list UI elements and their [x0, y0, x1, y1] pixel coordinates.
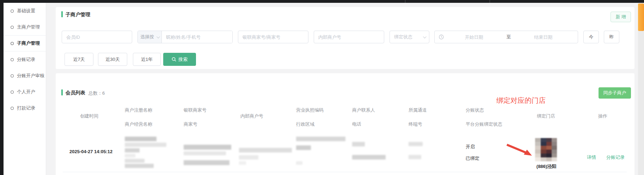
search-button-label: 搜索 [178, 56, 188, 63]
sync-sub-merchant-button[interactable]: 同步子商户 [599, 87, 631, 99]
sidebar-item-label: 个人开户 [17, 89, 35, 95]
radio-circle-icon [11, 42, 14, 45]
sidebar-item-label: 打款记录 [17, 105, 35, 111]
radio-circle-icon [11, 74, 14, 77]
sidebar-item-main-merchant[interactable]: 主商户管理 [4, 19, 46, 35]
start-date-input[interactable] [444, 35, 504, 40]
add-button[interactable]: 新 增 [611, 12, 631, 22]
redacted-text [125, 164, 154, 168]
cell-store-name: (886)泾阳 [527, 163, 566, 170]
sidebar-item-split-records[interactable]: 分账记录 [4, 51, 46, 68]
date-range-separator: 至 [504, 34, 513, 40]
col-header-split-status: 分账状态平台分账绑定状态 [466, 107, 502, 127]
sidebar-item-sub-merchant[interactable]: 子商户管理 [4, 35, 46, 51]
member-id-input[interactable] [62, 31, 132, 43]
radio-circle-icon [11, 107, 14, 110]
keyword-search-group: 选择按 [137, 31, 233, 43]
browser-tabstrip [0, 0, 644, 3]
window-edge [0, 0, 4, 175]
redacted-text [239, 148, 292, 152]
redacted-text [409, 155, 421, 159]
col-header-channel: 所属通道终端号 [409, 107, 427, 127]
yesterday-button[interactable]: 昨 [604, 31, 619, 43]
keyword-input[interactable] [162, 31, 232, 43]
redacted-text [296, 137, 345, 141]
bind-status-label: 绑定状态 [394, 34, 412, 40]
store-photo-thumbnail[interactable] [535, 138, 557, 161]
cell-created-at: 2025-04-27 14:05:12 [69, 149, 112, 154]
sidebar-item-personal-account[interactable]: 个人开户 [4, 84, 46, 100]
redacted-text [352, 142, 365, 146]
clock-icon [439, 35, 444, 39]
date-range-picker[interactable]: 至 [434, 31, 578, 43]
end-date-input[interactable] [513, 35, 574, 40]
select-by-label: 选择按 [140, 34, 154, 40]
col-header-created-at: 创建时间 [80, 113, 98, 119]
redacted-text [239, 161, 246, 165]
redacted-text [184, 151, 226, 155]
panel-accent-bar [61, 11, 63, 17]
red-annotation-text: 绑定对应的门店 [496, 96, 546, 105]
radio-circle-icon [11, 10, 14, 13]
unionpay-merchant-input[interactable] [238, 31, 308, 43]
redacted-text [125, 143, 166, 147]
redacted-text [296, 145, 311, 150]
last-30-days-button[interactable]: 近30天 [98, 53, 127, 66]
last-1-year-button[interactable]: 近1年 [133, 53, 161, 66]
sidebar-item-label: 基础设置 [17, 8, 35, 14]
split-records-link[interactable]: 分账记录 [606, 154, 625, 161]
page-title: 子商户管理 [66, 12, 90, 18]
row-divider [63, 172, 627, 172]
col-header-license: 营业执照编码行政区域 [296, 107, 324, 127]
redacted-text [125, 137, 157, 141]
col-header-actions: 操作 [598, 113, 607, 119]
sidebar: 基础设置 主商户管理 子商户管理 分账记录 分账开户审核 个人开户 打款记录 [4, 3, 46, 175]
col-header-merchant-name: 商户注册名称商户经营名称 [125, 107, 152, 127]
redacted-text [125, 159, 145, 163]
redacted-text [125, 154, 135, 157]
internal-merchant-input[interactable] [314, 31, 384, 43]
tab-separator [490, 0, 490, 3]
cell-platform-bind-status: 已绑定 [466, 155, 479, 162]
red-arrow-annotation [506, 143, 534, 158]
bind-status-dropdown[interactable]: 绑定状态 [390, 31, 429, 43]
radio-circle-icon [11, 58, 14, 61]
redacted-text [296, 161, 302, 165]
radio-circle-icon [11, 26, 14, 29]
detail-link[interactable]: 详情 [587, 154, 596, 161]
member-list-title: 会员列表 [66, 90, 85, 96]
sidebar-item-payout-records[interactable]: 打款记录 [4, 100, 46, 116]
sidebar-item-label: 主商户管理 [17, 24, 40, 30]
sidebar-item-label: 子商户管理 [17, 40, 40, 46]
chevron-down-icon [423, 35, 427, 38]
col-header-bound-store: 绑定门店 [537, 113, 555, 119]
redacted-text [184, 145, 231, 150]
scrollbar-thumb[interactable] [638, 4, 644, 31]
redacted-text [409, 142, 423, 146]
redacted-text [239, 155, 258, 160]
search-icon [172, 57, 176, 62]
filter-panel: 子商户管理 新 增 选择按 绑定状态 至 今 昨 近7天 近30天 近1年 [56, 7, 634, 69]
col-header-contact: 商户联系人电话 [352, 107, 375, 127]
redacted-text [125, 148, 140, 152]
sidebar-item-split-account-review[interactable]: 分账开户审核 [4, 68, 46, 84]
select-by-dropdown[interactable]: 选择按 [138, 31, 162, 43]
total-count-label: 总数：6 [88, 90, 105, 96]
sidebar-item-label: 分账记录 [17, 56, 35, 63]
last-7-days-button[interactable]: 近7天 [65, 53, 93, 66]
sidebar-item-label: 分账开户审核 [17, 73, 44, 79]
col-header-internal-no: 内部商户号 [240, 113, 263, 119]
sidebar-item-basic-settings[interactable]: 基础设置 [4, 3, 46, 19]
tab-separator [405, 0, 405, 3]
cell-split-status: 开启 [466, 144, 475, 150]
today-button[interactable]: 今 [583, 31, 599, 43]
radio-circle-icon [11, 90, 14, 94]
col-header-unionpay-no: 银联商家号商家号 [184, 107, 207, 127]
search-button[interactable]: 搜索 [163, 53, 196, 66]
member-list-panel: 会员列表 总数：6 同步子商户 绑定对应的门店 创建时间 商户注册名称商户经营名… [56, 73, 634, 175]
redacted-text [352, 155, 386, 160]
panel-accent-bar [61, 89, 63, 95]
redacted-text [184, 160, 229, 165]
chevron-down-icon [157, 35, 160, 38]
